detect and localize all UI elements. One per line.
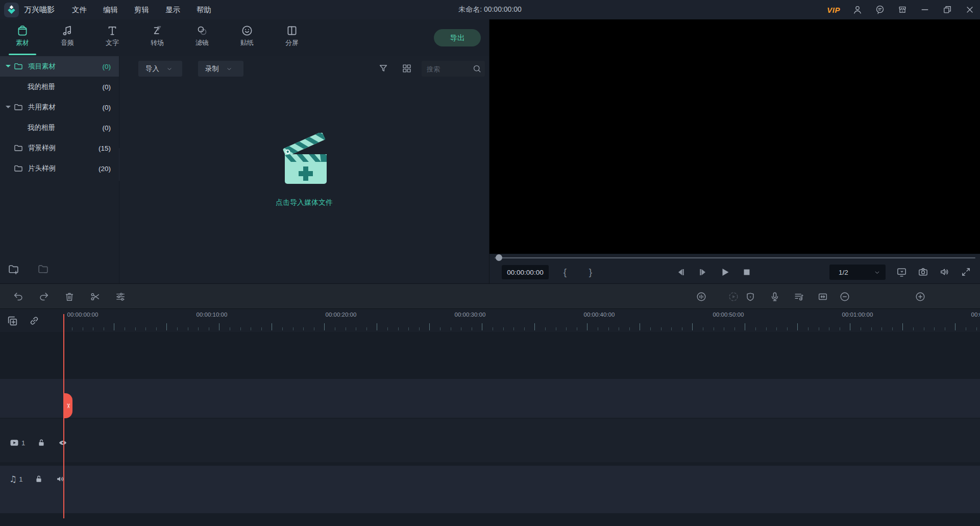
- audio-track-header: ♫ 1: [0, 471, 64, 487]
- ruler-tick: [850, 323, 850, 330]
- split-button[interactable]: [89, 291, 101, 302]
- snapshot-icon[interactable]: [917, 266, 929, 278]
- zoom-in-icon[interactable]: [915, 291, 926, 302]
- video-track-band[interactable]: [0, 419, 980, 462]
- panel-tabbar: 素材音频文字转场滤镜贴纸分屏: [0, 19, 489, 57]
- tab-media[interactable]: 素材: [0, 19, 45, 56]
- ruler-tick: [408, 327, 409, 330]
- sidebar-item[interactable]: 共用素材(0): [0, 97, 119, 117]
- restore-button[interactable]: [942, 5, 952, 15]
- import-dropdown[interactable]: 导入: [138, 61, 182, 77]
- preview-scrubber[interactable]: [495, 257, 975, 258]
- adjust-properties-button[interactable]: [115, 291, 126, 302]
- tab-filter[interactable]: 滤镜: [180, 19, 225, 56]
- add-track-icon[interactable]: [6, 315, 19, 327]
- ruler-tick: [135, 327, 136, 330]
- zoom-fit-icon[interactable]: [817, 291, 828, 302]
- ruler-tick: [819, 327, 819, 330]
- menu-item[interactable]: 帮助: [188, 1, 219, 19]
- empty-media-state[interactable]: 点击导入媒体文件: [119, 133, 489, 207]
- sidebar-item[interactable]: 片头样例(20): [0, 158, 119, 179]
- tab-sticker[interactable]: 贴纸: [225, 19, 270, 56]
- account-icon[interactable]: [852, 5, 863, 15]
- vip-button[interactable]: VIP: [827, 6, 840, 14]
- add-folder-icon[interactable]: [7, 263, 20, 276]
- tab-text[interactable]: 文字: [90, 19, 135, 56]
- sidebar-item[interactable]: 我的相册(0): [0, 77, 119, 97]
- fullscreen-icon[interactable]: [960, 266, 972, 278]
- ruler-tick: [72, 327, 72, 330]
- marker-icon[interactable]: [745, 291, 756, 302]
- scrubber-handle[interactable]: [496, 254, 502, 261]
- display-device-icon[interactable]: [896, 266, 908, 278]
- store-icon[interactable]: [897, 5, 908, 15]
- render-preview-icon[interactable]: [728, 291, 739, 302]
- sidebar-item[interactable]: 我的相册(0): [0, 117, 119, 138]
- sidebar-item[interactable]: 项目素材(0): [0, 56, 119, 77]
- menu-item[interactable]: 编辑: [95, 1, 126, 19]
- ruler-tick: [387, 327, 388, 330]
- ruler-tick: [871, 327, 872, 330]
- play-button[interactable]: [719, 266, 731, 278]
- search-icon[interactable]: [472, 64, 482, 74]
- video-viewport[interactable]: [489, 19, 980, 254]
- tab-transition[interactable]: 转场: [135, 19, 180, 56]
- app-logo-icon: [4, 3, 19, 17]
- ruler-tick: [545, 327, 546, 330]
- ruler-tick: [156, 327, 157, 330]
- media-icon: [16, 24, 29, 37]
- ruler-tick: [440, 327, 440, 330]
- playhead-handle[interactable]: ✂: [64, 393, 72, 418]
- record-dropdown[interactable]: 录制: [198, 61, 243, 77]
- timeline-ruler[interactable]: 00:00:00:0000:00:10:0000:00:20:0000:00:3…: [64, 309, 980, 332]
- ruler-tick: [714, 327, 714, 330]
- redo-button[interactable]: [38, 291, 50, 302]
- sidebar-item-count: (15): [99, 145, 119, 152]
- sidebar-item-count: (0): [103, 104, 119, 111]
- ruler-tick: [619, 327, 619, 330]
- volume-icon[interactable]: [939, 266, 950, 278]
- search-input[interactable]: [426, 61, 471, 78]
- previous-frame-button[interactable]: [675, 266, 687, 278]
- record-voiceover-icon[interactable]: [769, 291, 780, 302]
- preview-quality-dropdown[interactable]: 1/2: [829, 265, 886, 280]
- feedback-icon[interactable]: [875, 5, 885, 15]
- next-frame-button[interactable]: [697, 266, 709, 278]
- ruler-tick: [83, 327, 83, 330]
- menu-item[interactable]: 文件: [64, 1, 95, 19]
- ruler-tick: [598, 327, 598, 330]
- tab-label: 分屏: [270, 38, 314, 47]
- ruler-timestamp: 00:00:00:00: [64, 312, 111, 318]
- tab-split-screen[interactable]: 分屏: [270, 19, 314, 56]
- filter-icon[interactable]: [378, 63, 389, 74]
- ruler-timestamp: 00:00:40:00: [571, 312, 627, 318]
- mark-in-button[interactable]: {: [560, 265, 570, 279]
- stop-button[interactable]: [741, 266, 753, 278]
- menu-item[interactable]: 显示: [157, 1, 188, 19]
- speech-to-text-icon[interactable]: [696, 291, 707, 302]
- tab-audio[interactable]: 音频: [45, 19, 90, 56]
- grid-view-icon[interactable]: [401, 63, 412, 74]
- close-button[interactable]: [965, 5, 975, 15]
- ruler-tick: [272, 323, 272, 330]
- delete-button[interactable]: [64, 291, 75, 302]
- menu-item[interactable]: 剪辑: [126, 1, 157, 19]
- ruler-tick: [776, 327, 777, 330]
- undo-button[interactable]: [13, 291, 24, 302]
- sidebar-item[interactable]: 背景样例(15): [0, 138, 119, 158]
- remove-folder-icon[interactable]: [37, 263, 50, 276]
- beat-detect-icon[interactable]: [793, 291, 804, 302]
- export-button[interactable]: 导出: [434, 29, 481, 46]
- minimize-button[interactable]: [920, 5, 930, 15]
- link-icon[interactable]: [28, 315, 40, 327]
- ruler-tick: [934, 327, 935, 330]
- unlock-icon[interactable]: [34, 474, 44, 484]
- ruler-tick: [513, 327, 514, 330]
- unlock-icon[interactable]: [36, 438, 46, 448]
- ruler-tick: [377, 323, 377, 330]
- zoom-out-icon[interactable]: [839, 291, 850, 302]
- chevron-down-icon: [166, 66, 173, 72]
- audio-track-band[interactable]: [0, 466, 980, 513]
- ruler-tick: [335, 327, 335, 330]
- mark-out-button[interactable]: }: [585, 265, 596, 279]
